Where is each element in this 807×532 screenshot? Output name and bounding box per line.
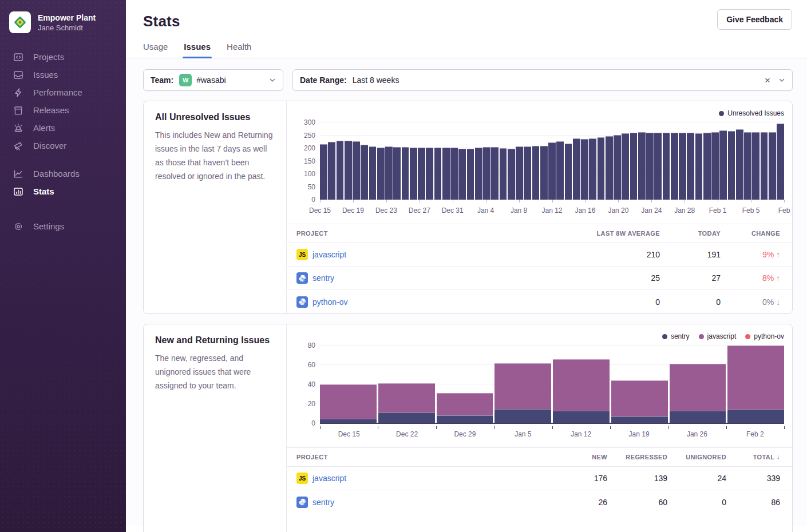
- bar: [581, 139, 588, 200]
- legend-item-sentry[interactable]: sentry: [662, 332, 690, 340]
- project-link-python-ov[interactable]: python-ov: [312, 297, 347, 307]
- table-cell: 25: [565, 273, 660, 283]
- sidebar-item-releases[interactable]: Releases: [0, 101, 126, 119]
- y-axis-tick-label: 150: [304, 157, 315, 165]
- stacked-bar: [553, 359, 610, 423]
- column-header-project: Project: [296, 454, 555, 460]
- table-cell: 24: [667, 474, 726, 483]
- bar: [467, 149, 474, 200]
- team-select[interactable]: Team: W #wasabi: [143, 69, 283, 91]
- table-row: sentry2660086: [287, 490, 792, 514]
- alerts-icon: [13, 122, 23, 133]
- sidebar-item-issues[interactable]: Issues: [0, 66, 126, 84]
- bar-segment-javascript: [320, 384, 377, 419]
- bar: [671, 133, 678, 200]
- legend-item-javascript[interactable]: javascript: [699, 332, 737, 340]
- sidebar-item-stats[interactable]: Stats: [0, 182, 126, 200]
- bar-segment-sentry: [553, 411, 610, 423]
- tab-health[interactable]: Health: [227, 42, 251, 58]
- settings-icon: [13, 221, 23, 232]
- y-axis-tick-label: 300: [304, 118, 315, 126]
- legend-dot-icon: [662, 334, 667, 339]
- javascript-platform-icon: JS: [296, 249, 308, 260]
- x-axis-tick: [610, 426, 611, 429]
- sidebar-item-performance[interactable]: Performance: [0, 84, 126, 101]
- bar: [500, 148, 507, 200]
- bar: [638, 132, 646, 200]
- sidebar: Empower Plant Jane Schmidt ProjectsIssue…: [0, 0, 126, 532]
- table-cell: 191: [660, 250, 721, 259]
- legend-item-unresolved-issues[interactable]: Unresolved Issues: [719, 109, 784, 117]
- bar-segment-javascript: [611, 380, 668, 416]
- give-feedback-button[interactable]: Give Feedback: [717, 9, 792, 30]
- project-link-sentry[interactable]: sentry: [312, 498, 334, 507]
- x-axis-tick: [494, 426, 495, 429]
- x-axis-tick-label: Feb 2: [746, 430, 764, 438]
- x-axis-tick-label: Dec 27: [409, 207, 430, 215]
- y-axis-tick-label: 20: [308, 400, 315, 408]
- page-title: Stats: [143, 13, 790, 30]
- sidebar-item-settings[interactable]: Settings: [0, 217, 126, 235]
- table-cell: 339: [726, 474, 780, 483]
- bar: [369, 146, 377, 200]
- performance-icon: [13, 87, 23, 98]
- x-axis-tick: [486, 200, 486, 203]
- change-cell: 0% ↓: [721, 297, 780, 307]
- project-link-javascript[interactable]: javascript: [312, 250, 346, 259]
- bar: [744, 132, 751, 200]
- bar: [410, 148, 417, 200]
- column-header-total[interactable]: Total ↓: [726, 453, 780, 461]
- bar: [393, 147, 401, 200]
- sidebar-item-label: Dashboards: [33, 169, 80, 178]
- x-axis-tick: [420, 200, 420, 203]
- x-axis-tick: [378, 426, 378, 429]
- x-axis-tick-label: Dec 23: [375, 207, 397, 215]
- y-axis-tick-label: 200: [304, 144, 315, 152]
- table-row: JSjavascript2101919% ↑: [287, 243, 792, 267]
- sidebar-item-discover[interactable]: Discover: [0, 137, 126, 154]
- x-axis-tick-label: Feb 1: [709, 207, 727, 215]
- y-axis-tick-label: 0: [311, 419, 315, 427]
- sidebar-item-label: Alerts: [33, 123, 55, 133]
- sidebar-item-dashboards[interactable]: Dashboards: [0, 165, 126, 182]
- legend-item-python-ov[interactable]: python-ov: [745, 332, 784, 340]
- date-range-select[interactable]: Date Range: Last 8 weeks ×: [292, 69, 793, 91]
- org-switcher[interactable]: Empower Plant Jane Schmidt: [9, 11, 117, 33]
- project-link-sentry[interactable]: sentry: [312, 273, 334, 283]
- chart-plot[interactable]: 050100150200250300: [320, 122, 784, 200]
- x-axis-tick-label: Jan 12: [571, 430, 591, 438]
- y-axis-tick-label: 0: [311, 196, 315, 204]
- stacked-bar: [727, 346, 784, 423]
- bar: [548, 142, 556, 200]
- x-axis-tick: [552, 426, 553, 429]
- project-link-javascript[interactable]: javascript: [312, 474, 346, 483]
- bar: [458, 149, 466, 200]
- table-cell: 27: [660, 273, 721, 283]
- content-area: Team: W #wasabi Date Range: Last 8 weeks…: [126, 58, 807, 526]
- stacked-bar: [378, 383, 435, 423]
- team-value: #wasabi: [196, 76, 226, 85]
- column-header-today: Today: [660, 230, 721, 237]
- python-platform-icon: [296, 272, 308, 284]
- bar-segment-sentry: [437, 415, 493, 423]
- bar: [524, 146, 531, 200]
- chart-plot[interactable]: 020406080: [320, 346, 784, 423]
- tab-issues[interactable]: Issues: [184, 42, 211, 58]
- unresolved-issues-chart[interactable]: Unresolved Issues050100150200250300Dec 1…: [294, 108, 785, 218]
- bar: [556, 141, 564, 200]
- stacked-bar: [320, 384, 377, 423]
- x-axis-tick-label: Jan 12: [541, 207, 562, 215]
- bar: [377, 148, 385, 200]
- sidebar-item-label: Projects: [33, 52, 64, 62]
- page-header: Stats Give Feedback UsageIssuesHealth: [126, 0, 807, 58]
- trend-up-icon: ↑: [776, 273, 780, 283]
- tab-usage[interactable]: Usage: [143, 42, 168, 58]
- clear-date-icon[interactable]: ×: [765, 76, 770, 85]
- new-returning-issues-chart[interactable]: sentryjavascriptpython-ov020406080Dec 15…: [294, 331, 785, 442]
- tab-bar: UsageIssuesHealth: [143, 42, 790, 58]
- bar: [761, 132, 768, 200]
- sidebar-item-projects[interactable]: Projects: [0, 48, 126, 66]
- sidebar-item-alerts[interactable]: Alerts: [0, 119, 126, 137]
- sidebar-item-label: Settings: [33, 221, 64, 231]
- bar: [777, 124, 784, 200]
